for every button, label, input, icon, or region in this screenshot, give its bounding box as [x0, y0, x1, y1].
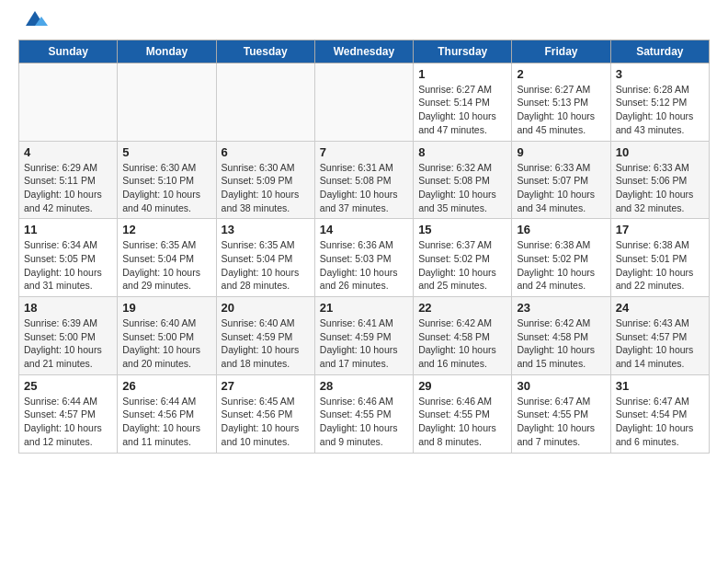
cell-date-number: 14	[320, 223, 408, 236]
calendar-cell: 6Sunrise: 6:30 AMSunset: 5:09 PMDaylight…	[216, 141, 314, 219]
calendar-cell: 5Sunrise: 6:30 AMSunset: 5:10 PMDaylight…	[118, 141, 216, 219]
calendar-cell: 3Sunrise: 6:28 AMSunset: 5:12 PMDaylight…	[610, 63, 709, 141]
calendar-cell	[118, 63, 216, 141]
calendar-cell: 20Sunrise: 6:40 AMSunset: 4:59 PMDayligh…	[216, 297, 314, 375]
cell-date-number: 10	[616, 145, 704, 159]
calendar-cell: 14Sunrise: 6:36 AMSunset: 5:03 PMDayligh…	[314, 219, 413, 297]
cell-date-number: 7	[320, 145, 408, 159]
cell-info-text: Sunrise: 6:38 AMSunset: 5:02 PMDaylight:…	[517, 238, 605, 293]
cell-date-number: 19	[122, 301, 210, 315]
cell-info-text: Sunrise: 6:44 AMSunset: 4:56 PMDaylight:…	[122, 395, 210, 449]
cell-date-number: 25	[24, 379, 112, 393]
cell-date-number: 24	[616, 301, 704, 315]
cell-date-number: 21	[320, 301, 408, 315]
cell-info-text: Sunrise: 6:33 AMSunset: 5:07 PMDaylight:…	[517, 161, 605, 215]
calendar-cell	[314, 63, 413, 141]
calendar-day-header: Sunday	[19, 40, 118, 63]
cell-date-number: 11	[24, 223, 112, 236]
cell-info-text: Sunrise: 6:27 AMSunset: 5:13 PMDaylight:…	[517, 83, 605, 137]
cell-info-text: Sunrise: 6:35 AMSunset: 5:04 PMDaylight:…	[222, 238, 310, 293]
calendar-cell: 1Sunrise: 6:27 AMSunset: 5:14 PMDaylight…	[414, 63, 512, 141]
cell-date-number: 13	[222, 223, 310, 236]
cell-info-text: Sunrise: 6:38 AMSunset: 5:01 PMDaylight:…	[616, 238, 704, 293]
cell-date-number: 4	[24, 145, 112, 159]
calendar-cell: 15Sunrise: 6:37 AMSunset: 5:02 PMDayligh…	[414, 219, 512, 297]
cell-info-text: Sunrise: 6:45 AMSunset: 4:56 PMDaylight:…	[222, 395, 310, 449]
calendar-cell: 10Sunrise: 6:33 AMSunset: 5:06 PMDayligh…	[610, 141, 709, 219]
cell-info-text: Sunrise: 6:27 AMSunset: 5:14 PMDaylight:…	[418, 83, 506, 137]
cell-date-number: 9	[517, 145, 605, 159]
calendar-cell: 2Sunrise: 6:27 AMSunset: 5:13 PMDaylight…	[512, 63, 610, 141]
cell-date-number: 5	[122, 145, 210, 159]
cell-date-number: 6	[222, 145, 310, 159]
cell-info-text: Sunrise: 6:31 AMSunset: 5:08 PMDaylight:…	[320, 161, 408, 215]
calendar-header-row: SundayMondayTuesdayWednesdayThursdayFrid…	[19, 40, 710, 63]
calendar-day-header: Friday	[512, 40, 610, 63]
cell-info-text: Sunrise: 6:28 AMSunset: 5:12 PMDaylight:…	[616, 83, 704, 137]
calendar-cell: 26Sunrise: 6:44 AMSunset: 4:56 PMDayligh…	[118, 374, 216, 453]
cell-date-number: 16	[517, 223, 605, 236]
cell-date-number: 1	[418, 67, 506, 81]
calendar-week-row: 1Sunrise: 6:27 AMSunset: 5:14 PMDaylight…	[19, 63, 710, 141]
calendar-week-row: 25Sunrise: 6:44 AMSunset: 4:57 PMDayligh…	[19, 374, 710, 453]
calendar-cell: 28Sunrise: 6:46 AMSunset: 4:55 PMDayligh…	[314, 374, 413, 453]
cell-info-text: Sunrise: 6:44 AMSunset: 4:57 PMDaylight:…	[24, 395, 112, 449]
calendar-cell: 8Sunrise: 6:32 AMSunset: 5:08 PMDaylight…	[414, 141, 512, 219]
cell-info-text: Sunrise: 6:47 AMSunset: 4:55 PMDaylight:…	[517, 395, 605, 449]
cell-info-text: Sunrise: 6:40 AMSunset: 5:00 PMDaylight:…	[122, 316, 210, 371]
calendar-cell: 29Sunrise: 6:46 AMSunset: 4:55 PMDayligh…	[414, 374, 512, 453]
cell-date-number: 8	[418, 145, 506, 159]
calendar-cell: 21Sunrise: 6:41 AMSunset: 4:59 PMDayligh…	[314, 297, 413, 375]
calendar-cell: 12Sunrise: 6:35 AMSunset: 5:04 PMDayligh…	[118, 219, 216, 297]
cell-date-number: 12	[122, 223, 210, 236]
cell-info-text: Sunrise: 6:43 AMSunset: 4:57 PMDaylight:…	[616, 316, 704, 371]
cell-info-text: Sunrise: 6:36 AMSunset: 5:03 PMDaylight:…	[320, 238, 408, 293]
cell-date-number: 27	[222, 379, 310, 393]
calendar-day-header: Thursday	[414, 40, 512, 63]
cell-info-text: Sunrise: 6:39 AMSunset: 5:00 PMDaylight:…	[24, 316, 112, 371]
cell-date-number: 3	[616, 67, 704, 81]
logo-icon	[21, 9, 49, 29]
cell-date-number: 30	[517, 379, 605, 393]
calendar-cell: 16Sunrise: 6:38 AMSunset: 5:02 PMDayligh…	[512, 219, 610, 297]
cell-info-text: Sunrise: 6:34 AMSunset: 5:05 PMDaylight:…	[24, 238, 112, 293]
cell-info-text: Sunrise: 6:29 AMSunset: 5:11 PMDaylight:…	[24, 161, 112, 215]
cell-info-text: Sunrise: 6:35 AMSunset: 5:04 PMDaylight:…	[122, 238, 210, 293]
cell-date-number: 18	[24, 301, 112, 315]
calendar-cell: 4Sunrise: 6:29 AMSunset: 5:11 PMDaylight…	[19, 141, 118, 219]
calendar-cell: 30Sunrise: 6:47 AMSunset: 4:55 PMDayligh…	[512, 374, 610, 453]
calendar-day-header: Saturday	[610, 40, 709, 63]
calendar-cell: 27Sunrise: 6:45 AMSunset: 4:56 PMDayligh…	[216, 374, 314, 453]
cell-date-number: 31	[616, 379, 704, 393]
cell-info-text: Sunrise: 6:47 AMSunset: 4:54 PMDaylight:…	[616, 395, 704, 449]
cell-date-number: 20	[222, 301, 310, 315]
logo-text	[18, 14, 49, 32]
calendar-cell: 9Sunrise: 6:33 AMSunset: 5:07 PMDaylight…	[512, 141, 610, 219]
calendar-cell: 7Sunrise: 6:31 AMSunset: 5:08 PMDaylight…	[314, 141, 413, 219]
cell-info-text: Sunrise: 6:33 AMSunset: 5:06 PMDaylight:…	[616, 161, 704, 215]
calendar-cell: 25Sunrise: 6:44 AMSunset: 4:57 PMDayligh…	[19, 374, 118, 453]
calendar-cell: 22Sunrise: 6:42 AMSunset: 4:58 PMDayligh…	[414, 297, 512, 375]
calendar-week-row: 18Sunrise: 6:39 AMSunset: 5:00 PMDayligh…	[19, 297, 710, 375]
cell-date-number: 15	[418, 223, 506, 236]
cell-date-number: 28	[320, 379, 408, 393]
cell-info-text: Sunrise: 6:30 AMSunset: 5:10 PMDaylight:…	[122, 161, 210, 215]
calendar-cell: 31Sunrise: 6:47 AMSunset: 4:54 PMDayligh…	[610, 374, 709, 453]
cell-date-number: 29	[418, 379, 506, 393]
calendar-cell: 17Sunrise: 6:38 AMSunset: 5:01 PMDayligh…	[610, 219, 709, 297]
calendar-day-header: Monday	[118, 40, 216, 63]
calendar-day-header: Wednesday	[314, 40, 413, 63]
calendar-week-row: 11Sunrise: 6:34 AMSunset: 5:05 PMDayligh…	[19, 219, 710, 297]
cell-info-text: Sunrise: 6:42 AMSunset: 4:58 PMDaylight:…	[418, 316, 506, 371]
header	[18, 14, 710, 32]
cell-info-text: Sunrise: 6:37 AMSunset: 5:02 PMDaylight:…	[418, 238, 506, 293]
cell-date-number: 17	[616, 223, 704, 236]
cell-date-number: 23	[517, 301, 605, 315]
cell-info-text: Sunrise: 6:42 AMSunset: 4:58 PMDaylight:…	[517, 316, 605, 371]
cell-date-number: 2	[517, 67, 605, 81]
logo	[18, 14, 49, 32]
calendar-cell: 18Sunrise: 6:39 AMSunset: 5:00 PMDayligh…	[19, 297, 118, 375]
calendar-cell: 19Sunrise: 6:40 AMSunset: 5:00 PMDayligh…	[118, 297, 216, 375]
calendar-cell	[216, 63, 314, 141]
calendar-day-header: Tuesday	[216, 40, 314, 63]
